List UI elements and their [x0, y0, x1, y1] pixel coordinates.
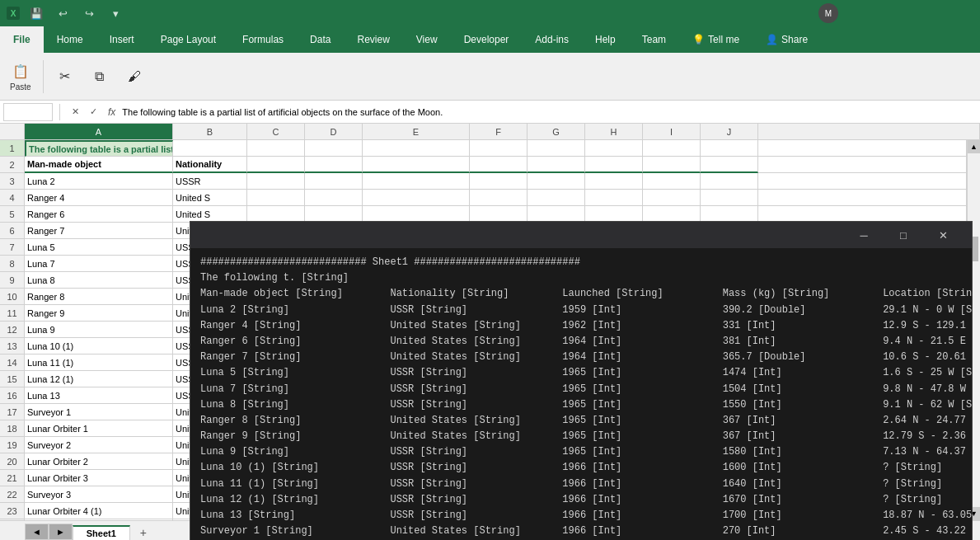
prev-sheet-btn[interactable]: ◄ — [25, 524, 49, 540]
list-item[interactable]: Ranger 7 — [25, 223, 173, 239]
list-item[interactable] — [305, 190, 363, 206]
row-num-18[interactable]: 18 — [0, 420, 24, 437]
list-item[interactable] — [470, 190, 528, 206]
list-item[interactable] — [701, 206, 758, 223]
list-item[interactable]: USSR — [173, 173, 247, 190]
list-item[interactable] — [305, 173, 363, 190]
tab-developer[interactable]: Developer — [451, 26, 523, 53]
row-num-6[interactable]: 6 — [0, 223, 24, 239]
col-header-F[interactable]: F — [470, 124, 528, 140]
list-item[interactable]: Ranger 8 — [25, 289, 173, 305]
close-btn[interactable] — [935, 0, 973, 26]
row-num-5[interactable]: 5 — [0, 206, 24, 223]
row-num-8[interactable]: 8 — [0, 256, 24, 272]
format-painter-btn[interactable]: 🖌 — [118, 63, 151, 90]
list-item[interactable] — [173, 140, 247, 157]
quick-access-more[interactable]: ▾ — [106, 3, 125, 23]
list-item[interactable] — [643, 140, 701, 157]
tab-data[interactable]: Data — [297, 26, 344, 53]
list-item[interactable]: United S — [173, 206, 247, 223]
popup-close-btn[interactable]: ✕ — [924, 223, 962, 247]
list-item[interactable] — [247, 140, 305, 157]
list-item[interactable] — [363, 157, 470, 173]
list-item[interactable]: Luna 9 — [25, 322, 173, 338]
tab-add-ins[interactable]: Add-ins — [522, 26, 582, 53]
list-item[interactable] — [701, 190, 758, 206]
row-num-13[interactable]: 13 — [0, 338, 24, 355]
list-item[interactable] — [701, 173, 758, 190]
list-item[interactable] — [643, 173, 701, 190]
list-item[interactable] — [363, 140, 470, 157]
list-item[interactable] — [701, 157, 758, 173]
row-num-10[interactable]: 10 — [0, 289, 24, 305]
list-item[interactable]: United S — [173, 190, 247, 206]
col-header-D[interactable]: D — [305, 124, 363, 140]
list-item[interactable]: Luna 13 — [25, 387, 173, 404]
list-item[interactable] — [305, 140, 363, 157]
col-header-C[interactable]: C — [247, 124, 305, 140]
list-item[interactable] — [305, 157, 363, 173]
sheet-tab-1[interactable]: Sheet1 — [73, 525, 130, 540]
row-num-20[interactable]: 20 — [0, 453, 24, 470]
list-item[interactable] — [528, 173, 585, 190]
row-num-11[interactable]: 11 — [0, 305, 24, 322]
confirm-formula-btn[interactable]: ✓ — [85, 104, 101, 120]
row-num-2[interactable]: 2 — [0, 157, 24, 173]
list-item[interactable]: Luna 8 — [25, 272, 173, 289]
list-item[interactable] — [643, 157, 701, 173]
popup-text-area[interactable]: ############################ Sheet1 ####… — [190, 248, 972, 540]
cut-btn[interactable]: ✂ — [49, 63, 82, 90]
tab-help[interactable]: Help — [582, 26, 629, 53]
list-item[interactable] — [528, 190, 585, 206]
gembox-popup[interactable]: ─ □ ✕ ############################ Sheet… — [190, 221, 973, 540]
col-header-I[interactable]: I — [643, 124, 701, 140]
col-header-E[interactable]: E — [363, 124, 470, 140]
list-item[interactable]: Luna 5 — [25, 239, 173, 256]
list-item[interactable]: Ranger 6 — [25, 206, 173, 223]
list-item[interactable]: Luna 7 — [25, 256, 173, 272]
list-item[interactable]: Man-made object — [25, 157, 173, 173]
next-sheet-btn[interactable]: ► — [49, 524, 73, 540]
row-num-9[interactable]: 9 — [0, 272, 24, 289]
row-num-16[interactable]: 16 — [0, 387, 24, 404]
col-header-A[interactable]: A — [25, 124, 173, 140]
list-item[interactable]: Surveyor 3 — [25, 486, 173, 503]
list-item[interactable] — [528, 140, 585, 157]
formula-input[interactable] — [122, 107, 977, 117]
cancel-formula-btn[interactable]: ✕ — [67, 104, 83, 120]
redo-btn[interactable]: ↪ — [79, 3, 99, 23]
minimize-btn[interactable] — [856, 0, 894, 26]
cell-reference-box[interactable] — [3, 103, 53, 121]
list-item[interactable] — [585, 173, 643, 190]
user-badge[interactable]: M — [812, 2, 850, 25]
list-item[interactable]: Lunar Orbiter 2 — [25, 453, 173, 470]
tab-review[interactable]: Review — [344, 26, 402, 53]
add-sheet-btn[interactable]: + — [135, 525, 152, 540]
list-item[interactable] — [643, 190, 701, 206]
list-item[interactable] — [528, 206, 585, 223]
list-item[interactable] — [363, 173, 470, 190]
list-item[interactable] — [363, 206, 470, 223]
undo-btn[interactable]: ↩ — [53, 3, 73, 23]
tab-insert[interactable]: Insert — [96, 26, 148, 53]
list-item[interactable]: Luna 12 (1) — [25, 371, 173, 387]
list-item[interactable] — [470, 206, 528, 223]
list-item[interactable]: Luna 2 — [25, 173, 173, 190]
list-item[interactable] — [247, 173, 305, 190]
list-item[interactable]: Luna 11 (1) — [25, 355, 173, 371]
list-item[interactable] — [305, 206, 363, 223]
row-num-4[interactable]: 4 — [0, 190, 24, 206]
list-item[interactable] — [585, 206, 643, 223]
list-item[interactable]: The following table is a partial list of… — [25, 140, 173, 157]
tab-formulas[interactable]: Formulas — [229, 26, 297, 53]
list-item[interactable]: Luna 10 (1) — [25, 338, 173, 355]
row-num-22[interactable]: 22 — [0, 486, 24, 503]
list-item[interactable]: Surveyor 1 — [25, 404, 173, 420]
tab-share[interactable]: 👤Share — [753, 26, 821, 53]
list-item[interactable] — [470, 173, 528, 190]
list-item[interactable] — [470, 140, 528, 157]
row-num-14[interactable]: 14 — [0, 355, 24, 371]
list-item[interactable]: Ranger 4 — [25, 190, 173, 206]
list-item[interactable] — [643, 206, 701, 223]
list-item[interactable]: Surveyor 2 — [25, 437, 173, 453]
